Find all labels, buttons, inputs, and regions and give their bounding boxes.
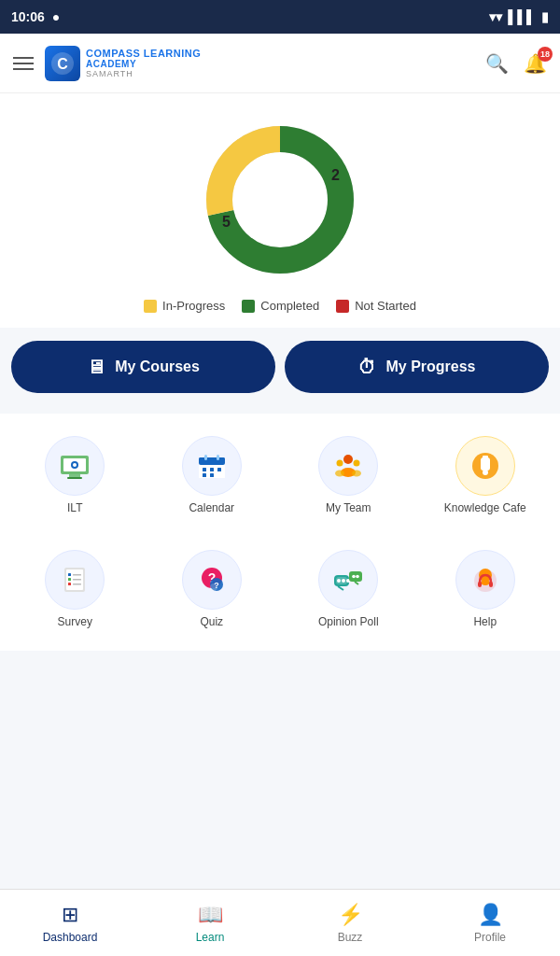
legend-inprogress: In-Progress xyxy=(144,299,225,313)
donut-chart: 5 2 xyxy=(196,116,364,284)
svg-point-58 xyxy=(481,580,490,585)
main-content: 5 2 In-Progress Completed Not Started 🖥 … xyxy=(0,93,560,889)
status-bar: 10:06 ● ▾▾ ▌▌▌ ▮ xyxy=(0,0,560,34)
calendar-label: Calendar xyxy=(189,501,234,514)
battery-icon: ▮ xyxy=(541,9,549,24)
action-buttons: 🖥 My Courses ⏱ My Progress xyxy=(0,328,560,406)
courses-label: My Courses xyxy=(115,358,200,375)
top-nav: C COMPASS LEARNING ACADEMY SAMARTH 🔍 🔔 1… xyxy=(0,34,560,93)
knowledge-cafe-label: Knowledge Cafe xyxy=(444,501,526,514)
courses-icon: 🖥 xyxy=(87,357,105,378)
svg-rect-17 xyxy=(203,468,206,471)
dashboard-icon: ⊞ xyxy=(62,903,78,927)
buzz-icon: ⚡ xyxy=(338,903,363,927)
opinion-poll-item[interactable]: Opinion Poll xyxy=(285,537,413,641)
svg-rect-8 xyxy=(69,474,80,477)
svg-rect-19 xyxy=(217,468,221,471)
svg-point-25 xyxy=(335,471,344,477)
svg-rect-60 xyxy=(489,582,493,587)
quiz-item[interactable]: ? ? Quiz xyxy=(148,537,276,641)
learn-label: Learn xyxy=(196,931,225,944)
nav-profile[interactable]: 👤 Profile xyxy=(420,903,560,944)
calendar-icon xyxy=(182,436,242,496)
notification-badge: 18 xyxy=(538,47,553,62)
legend-label-notstarted: Not Started xyxy=(355,299,416,313)
knowledge-cafe-item[interactable]: Knowledge Cafe xyxy=(422,423,550,527)
learn-icon: 📖 xyxy=(198,903,223,927)
chart-section: 5 2 In-Progress Completed Not Started xyxy=(0,93,560,328)
svg-rect-59 xyxy=(478,582,482,587)
notification-dot: ● xyxy=(52,9,60,24)
legend-label-inprogress: In-Progress xyxy=(162,299,225,313)
svg-point-5 xyxy=(233,153,327,246)
opinion-poll-label: Opinion Poll xyxy=(318,615,379,628)
calendar-item[interactable]: Calendar xyxy=(148,423,276,527)
ilt-item[interactable]: ILT xyxy=(11,423,139,527)
progress-label: My Progress xyxy=(385,358,475,375)
dashboard-label: Dashboard xyxy=(43,931,98,944)
svg-rect-16 xyxy=(217,455,219,460)
legend-dot-inprogress xyxy=(144,300,157,313)
logo-area: C COMPASS LEARNING ACADEMY SAMARTH xyxy=(45,46,201,81)
nav-dashboard[interactable]: ⊞ Dashboard xyxy=(0,903,140,944)
nav-learn[interactable]: 📖 Learn xyxy=(140,903,280,944)
logo-icon: C xyxy=(45,46,80,81)
my-team-item[interactable]: My Team xyxy=(285,423,413,527)
survey-icon xyxy=(45,550,105,610)
svg-rect-52 xyxy=(349,571,362,582)
legend-dot-notstarted xyxy=(336,300,349,313)
progress-icon: ⏱ xyxy=(357,357,376,378)
buzz-label: Buzz xyxy=(338,931,363,944)
notifications-icon[interactable]: 🔔 18 xyxy=(524,52,547,75)
my-courses-button[interactable]: 🖥 My Courses xyxy=(11,341,275,393)
chart-label-inprogress: 2 xyxy=(331,167,340,184)
svg-point-49 xyxy=(342,579,345,583)
search-icon[interactable]: 🔍 xyxy=(485,52,509,75)
quiz-label: Quiz xyxy=(200,615,223,628)
my-team-icon xyxy=(318,436,378,496)
feature-grid: ILT Calendar xyxy=(0,414,560,651)
survey-item[interactable]: Survey xyxy=(11,537,139,641)
svg-rect-38 xyxy=(73,579,81,581)
help-item[interactable]: Help xyxy=(422,537,550,641)
ilt-icon xyxy=(45,436,105,496)
nav-buzz[interactable]: ⚡ Buzz xyxy=(280,903,420,944)
knowledge-cafe-icon xyxy=(455,436,515,496)
chart-legend: In-Progress Completed Not Started xyxy=(144,299,416,313)
wifi-icon: ▾▾ xyxy=(489,9,502,24)
svg-rect-21 xyxy=(210,473,214,477)
survey-label: Survey xyxy=(58,615,92,628)
svg-rect-37 xyxy=(68,578,71,581)
logo-text: COMPASS LEARNING ACADEMY SAMARTH xyxy=(86,48,201,78)
svg-point-22 xyxy=(343,455,353,464)
svg-rect-36 xyxy=(73,574,81,576)
legend-notstarted: Not Started xyxy=(336,299,416,313)
svg-marker-51 xyxy=(338,586,343,590)
svg-rect-40 xyxy=(73,583,81,585)
legend-dot-completed xyxy=(242,300,255,313)
profile-icon: 👤 xyxy=(478,903,503,927)
svg-point-54 xyxy=(356,575,359,579)
svg-point-26 xyxy=(354,460,360,467)
opinion-poll-icon xyxy=(318,550,378,610)
svg-rect-32 xyxy=(483,469,487,473)
help-label: Help xyxy=(473,615,497,628)
svg-point-24 xyxy=(337,460,343,467)
spacer xyxy=(0,406,560,414)
quiz-icon: ? ? xyxy=(182,550,242,610)
svg-rect-18 xyxy=(210,468,214,471)
profile-label: Profile xyxy=(474,931,506,944)
time-display: 10:06 xyxy=(11,9,45,24)
svg-rect-20 xyxy=(203,473,206,477)
signal-icon: ▌▌▌ xyxy=(508,9,536,24)
svg-rect-39 xyxy=(68,583,71,585)
legend-label-completed: Completed xyxy=(260,299,319,313)
svg-point-53 xyxy=(352,575,356,579)
svg-point-27 xyxy=(352,471,361,477)
legend-completed: Completed xyxy=(242,299,319,313)
svg-rect-9 xyxy=(67,477,82,479)
bottom-nav: ⊞ Dashboard 📖 Learn ⚡ Buzz 👤 Profile xyxy=(0,889,560,956)
help-icon xyxy=(455,550,515,610)
my-progress-button[interactable]: ⏱ My Progress xyxy=(285,341,549,393)
hamburger-menu[interactable] xyxy=(13,57,34,70)
